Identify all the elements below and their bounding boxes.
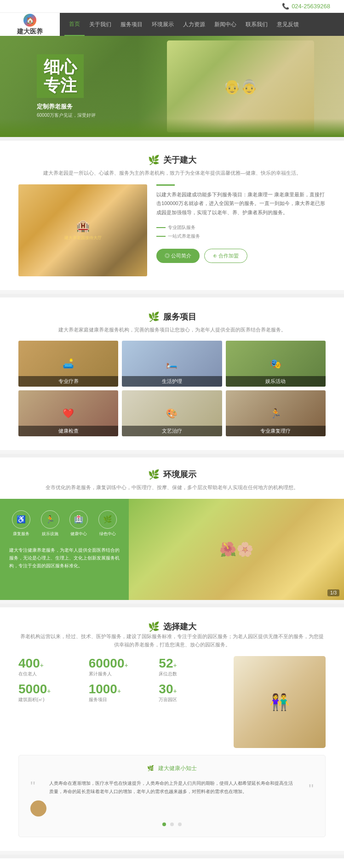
about-para: 以建大养老园建成功能多下列服务项目：康老康理一 康老康里最新，直接打击10000… [156,190,326,217]
nav-hr[interactable]: 人力资源 [178,14,210,35]
logo: 🏠 建大医养 [0,13,60,36]
env-right-panel: 🌺🌸 1/3 [129,499,344,600]
nav-news[interactable]: 新闻中心 [210,14,241,35]
nav-home[interactable]: 首页 [64,13,85,36]
nav-dot-3[interactable] [178,822,182,826]
about-desc: 建大养老园是一所以心、心诚养、服务为主的养老机构，致力于为全体老年提供温馨优雅—… [18,169,326,177]
nav-contact[interactable]: 联系我们 [241,14,272,35]
stat-5: 1000+ 服务项目 [89,682,155,703]
service-label-1: 专业疗养 [18,376,118,387]
service-item-6[interactable]: 🏃 专业康复理疗 [226,390,326,436]
choose-desc: 养老机构运营以来，经过、技术、医护等服务，建设了国际服务标准，专注于全面的园区服… [18,632,326,649]
choose-content: 400+ 在住老人 60000+ 累计服务人 52+ 床位总数 5000+ 建筑… [18,656,326,748]
env-icon-circle-2: 🏃 [41,510,59,529]
env-icon-circle-4: 🌿 [98,510,117,529]
env-icon-circle-3: 🏥 [69,510,88,529]
testimonial-title: 🌿 建大健康小知士 [30,765,314,772]
about-image: 🏨 建大养老园接待大厅 [18,184,147,276]
nav-dot-1[interactable] [162,822,166,826]
env-left-panel: ♿ 康复服务 🏃 娱乐设施 🏥 健康中心 🌿 绿色中心 建大专注健康养老服务，为… [0,499,129,600]
choose-image: 👫 [234,656,326,748]
leaf-icon-services: 🌿 [148,311,160,322]
service-label-6: 专业康复理疗 [226,426,326,436]
service-label-5: 文艺治疗 [122,426,222,436]
services-grid: 🛋️ 专业疗养 🛏️ 生活护理 🎭 娱乐活动 ❤️ 健康检查 🎨 [18,341,326,436]
env-icon-4: 🌿 绿色中心 [96,510,120,537]
about-intro-btn[interactable]: ◎ 公司简介 [156,249,200,263]
nav-dot-2[interactable] [170,822,174,826]
choose-title-wrap: 🌿 选择建大 养老机构运营以来，经过、技术、医护等服务，建设了国际服务标准，专注… [18,621,326,649]
hero-sub2: 60000万客户见证，深受好评 [37,112,96,119]
env-icon-label-3: 健康中心 [67,531,91,537]
testimonial-text: 人类寿命在逐渐增加，医疗水平也在快速提升，人类寿命的上升是人们共同的期盼，使得人… [49,779,295,796]
stat-3: 52+ 床位总数 [159,656,224,677]
nav-about[interactable]: 关于我们 [85,14,116,35]
env-icon-3: 🏥 健康中心 [67,510,91,537]
env-body-desc: 建大专注健康养老服务，为老年人提供全面医养结合的服务，无论是心理上、生理上、文化… [9,546,120,570]
top-bar: 📞 024-25639268 [0,0,344,13]
stat-1: 400+ 在住老人 [18,656,84,677]
services-desc: 建大养老家庭健康养老服务机构，完善的服务项目让您放心，为老年人提供全面的医养结合… [18,326,326,334]
services-title-wrap: 🌿 服务项目 建大养老家庭健康养老服务机构，完善的服务项目让您放心，为老年人提供… [18,311,326,334]
env-icon-1: ♿ 康复服务 [9,510,34,537]
env-title-wrap: 🌿 环境展示 全市优化的养老服务，康复训练中心，中医理疗、按摩、保健，多个层次帮… [0,457,344,499]
env-icons: ♿ 康复服务 🏃 娱乐设施 🏥 健康中心 🌿 绿色中心 [9,510,120,537]
leaf-icon-about: 🌿 [148,154,160,166]
env-icon-label-1: 康复服务 [9,531,34,537]
nav-bar: 🏠 建大医养 首页 关于我们 服务项目 环境展示 人力资源 新闻中心 联系我们 … [0,13,344,36]
news-section: 🌿 新闻中心 LATEST NEWS 近期新闻 行业资讯 健康文章 🔗 2020… [0,858,344,868]
service-item-4[interactable]: ❤️ 健康检查 [18,390,118,436]
phone-number: 024-25639268 [292,3,330,10]
service-label-3: 娱乐活动 [226,376,326,387]
phone-icon: 📞 [282,3,289,10]
quote-open: " [30,779,35,793]
testimonial: 🌿 建大健康小知士 " 人类寿命在逐渐增加，医疗水平也在快速提升，人类寿命的上升… [18,755,326,837]
hero-sub1: 定制养老服务 [37,103,96,111]
about-text: 以建大养老园建成功能多下列服务项目：康老康理一 康老康里最新，直接打击10000… [156,184,326,276]
choose-title: 🌿 选择建大 [18,621,326,632]
env-title: 🌿 环境展示 [18,469,326,480]
nav-feedback[interactable]: 意见反馈 [272,14,304,35]
about-partner-btn[interactable]: ⊕ 合作加盟 [204,249,247,263]
stat-2: 60000+ 累计服务人 [89,656,155,677]
hero-content: 细心专注 定制养老服务 60000万客户见证，深受好评 [37,54,96,119]
service-item-3[interactable]: 🎭 娱乐活动 [226,341,326,387]
services-section: 🌿 服务项目 建大养老家庭健康养老服务机构，完善的服务项目让您放心，为老年人提供… [0,297,344,451]
leaf-icon-env: 🌿 [148,469,160,480]
env-content: ♿ 康复服务 🏃 娱乐设施 🏥 健康中心 🌿 绿色中心 建大专注健康养老服务，为… [0,499,344,600]
about-section: 🌿 关于建大 建大养老园是一所以心、心诚养、服务为主的养老机构，致力于为全体老年… [0,141,344,290]
hero-banner: 细心专注 定制养老服务 60000万客户见证，深受好评 👴👵 [0,36,344,137]
services-title: 🌿 服务项目 [18,311,326,322]
stats-row-1: 400+ 在住老人 60000+ 累计服务人 52+ 床位总数 [18,656,224,677]
env-icon-label-2: 娱乐设施 [38,531,63,537]
choose-stats: 400+ 在住老人 60000+ 累计服务人 52+ 床位总数 5000+ 建筑… [18,656,224,708]
nav-env[interactable]: 环境展示 [147,14,178,35]
about-content: 🏨 建大养老园接待大厅 以建大养老园建成功能多下列服务项目：康老康理一 康老康里… [18,184,326,276]
service-item-5[interactable]: 🎨 文艺治疗 [122,390,222,436]
stat-4: 5000+ 建筑面积(㎡) [18,682,84,703]
choose-section: 🌿 选择建大 养老机构运营以来，经过、技术、医护等服务，建设了国际服务标准，专注… [0,607,344,851]
nav-links: 首页 关于我们 服务项目 环境展示 人力资源 新闻中心 联系我们 意见反馈 [60,13,308,36]
about-title-wrap: 🌿 关于建大 建大养老园是一所以心、心诚养、服务为主的养老机构，致力于为全体老年… [18,154,326,177]
about-title: 🌿 关于建大 [18,154,326,166]
service-item-1[interactable]: 🛋️ 专业疗养 [18,341,118,387]
leaf-icon-choose: 🌿 [148,621,160,632]
testimonial-nav[interactable] [30,821,314,828]
env-desc: 全市优化的养老服务，康复训练中心，中医理疗、按摩、保健，多个层次帮助老年人实现在… [18,484,326,492]
nav-services[interactable]: 服务项目 [116,14,147,35]
hero-big-text: 细心专注 [44,58,77,94]
environment-section: 🌿 环境展示 全市优化的养老服务，康复训练中心，中医理疗、按摩、保健，多个层次帮… [0,457,344,600]
service-label-4: 健康检查 [18,426,118,436]
service-item-2[interactable]: 🛏️ 生活护理 [122,341,222,387]
stats-row-2: 5000+ 建筑面积(㎡) 1000+ 服务项目 30+ 万亩园区 [18,682,224,703]
stat-6: 30+ 万亩园区 [159,682,224,703]
env-icon-2: 🏃 娱乐设施 [38,510,63,537]
testimonial-author [30,800,314,817]
author-avatar [30,800,46,817]
env-icon-circle-1: ♿ [12,510,30,529]
env-pagination: 1/3 [327,589,339,596]
service-label-2: 生活护理 [122,376,222,387]
logo-text: 建大医养 [17,28,43,35]
quote-close: " [309,782,314,796]
env-icon-label-4: 绿色中心 [96,531,120,537]
